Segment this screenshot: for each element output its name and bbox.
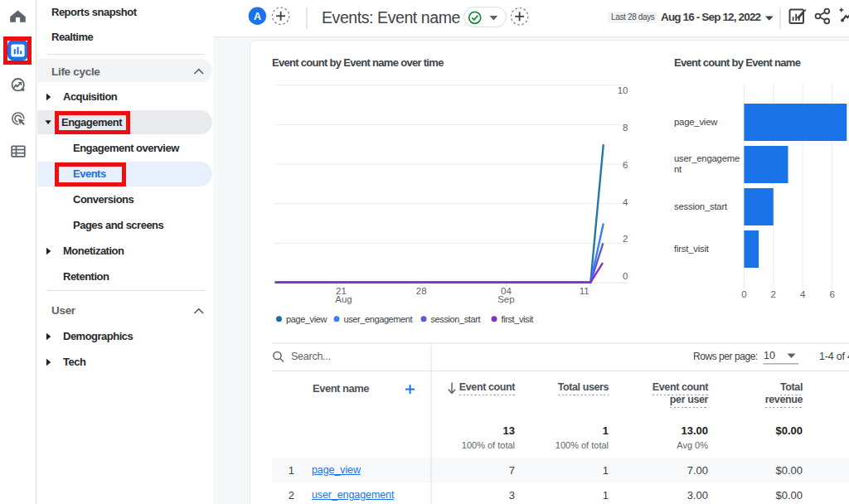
svg-text:11: 11 — [580, 286, 589, 296]
svg-text:6: 6 — [829, 289, 834, 299]
svg-text:A: A — [254, 11, 261, 22]
svg-text:2: 2 — [771, 289, 776, 299]
svg-text:page_view: page_view — [674, 117, 718, 127]
svg-text:4: 4 — [800, 289, 806, 299]
svg-text:10: 10 — [618, 85, 628, 95]
svg-text:8: 8 — [623, 123, 628, 133]
svg-text:2: 2 — [623, 234, 628, 244]
svg-text:0: 0 — [741, 289, 746, 299]
svg-text:user_engageme: user_engageme — [674, 153, 740, 163]
svg-text:page_view: page_view — [286, 314, 327, 324]
svg-text:0: 0 — [623, 271, 628, 281]
svg-text:4: 4 — [623, 197, 628, 207]
svg-text:6: 6 — [623, 160, 628, 170]
svg-text:session_start: session_start — [674, 201, 728, 211]
svg-text:user_engagement: user_engagement — [344, 314, 413, 324]
svg-text:first_visit: first_visit — [674, 244, 710, 254]
svg-text:session_start: session_start — [431, 314, 481, 324]
svg-text:Sep: Sep — [497, 294, 514, 304]
svg-text:first_visit: first_visit — [502, 314, 534, 324]
svg-text:nt: nt — [674, 164, 682, 174]
svg-text:28: 28 — [416, 286, 427, 296]
svg-text:Aug: Aug — [335, 294, 352, 304]
